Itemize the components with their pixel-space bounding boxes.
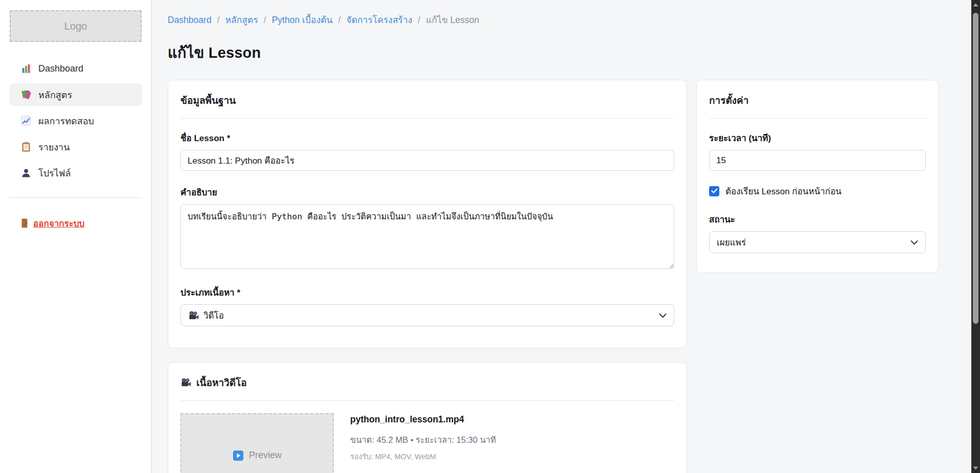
bar-chart-icon bbox=[21, 63, 31, 74]
video-preview[interactable]: Preview bbox=[180, 413, 334, 473]
breadcrumb: Dashboard / หลักสูตร / Python เบื้องต้น … bbox=[168, 13, 971, 27]
duration-input[interactable] bbox=[709, 150, 926, 171]
basic-info-header-text: ข้อมูลพื้นฐาน bbox=[180, 93, 236, 108]
movie-camera-icon bbox=[180, 378, 191, 387]
sidebar-item-label: Dashboard bbox=[38, 63, 83, 74]
description-label: คำอธิบาย bbox=[180, 185, 674, 199]
main-content: Dashboard / หลักสูตร / Python เบื้องต้น … bbox=[152, 0, 971, 473]
status-value: เผยแพร่ bbox=[717, 235, 746, 249]
breadcrumb-dashboard[interactable]: Dashboard bbox=[168, 15, 212, 26]
prerequisite-checkbox-row[interactable]: ต้องเรียน Lesson ก่อนหน้าก่อน bbox=[709, 184, 926, 198]
settings-card: การตั้งค่า ระยะเวลา (นาที) ต้องเรียน Les… bbox=[696, 80, 939, 273]
lesson-name-input[interactable] bbox=[180, 150, 674, 171]
breadcrumb-separator: / bbox=[418, 15, 420, 26]
prerequisite-checkbox[interactable] bbox=[709, 186, 719, 196]
chart-increasing-icon bbox=[21, 116, 31, 126]
scrollbar-up-arrow[interactable] bbox=[971, 1, 980, 9]
content-type-label: ประเภทเนื้อหา * bbox=[180, 285, 674, 299]
video-content-card: เนื้อหาวิดีโอ Preview py bbox=[168, 362, 687, 473]
logout-label: ออกจากระบบ bbox=[33, 216, 84, 230]
card-divider bbox=[709, 118, 926, 119]
settings-header-text: การตั้งค่า bbox=[709, 93, 748, 108]
sidebar: Logo Dashboard หลักสูตร bbox=[0, 0, 152, 473]
lesson-name-label: ชื่อ Lesson * bbox=[180, 131, 674, 145]
breadcrumb-separator: / bbox=[338, 15, 341, 26]
content-type-value: วิดีโอ bbox=[203, 308, 224, 322]
check-icon bbox=[711, 188, 718, 194]
scrollbar-down-arrow[interactable] bbox=[971, 464, 980, 472]
door-icon bbox=[20, 218, 29, 228]
video-info: python_intro_lesson1.mp4 ขนาด: 45.2 MB •… bbox=[350, 413, 496, 473]
sidebar-item-label: ผลการทดสอบ bbox=[38, 114, 94, 128]
sidebar-item-courses[interactable]: หลักสูตร bbox=[9, 83, 142, 106]
video-content-header: เนื้อหาวิดีโอ bbox=[180, 375, 674, 390]
page-title: แก้ไข Lesson bbox=[168, 41, 971, 64]
logo-text: Logo bbox=[64, 20, 87, 32]
breadcrumb-course-python[interactable]: Python เบื้องต้น bbox=[272, 13, 333, 27]
play-icon bbox=[233, 450, 244, 461]
chevron-down-icon bbox=[910, 237, 918, 247]
sidebar-item-test-results[interactable]: ผลการทดสอบ bbox=[9, 109, 142, 132]
clipboard-icon bbox=[21, 142, 31, 152]
sidebar-item-dashboard[interactable]: Dashboard bbox=[9, 57, 142, 80]
movie-camera-icon bbox=[188, 311, 199, 320]
video-filename: python_intro_lesson1.mp4 bbox=[350, 414, 496, 425]
sidebar-nav: Dashboard หลักสูตร ผลการทดสอบ bbox=[0, 57, 151, 184]
sidebar-item-reports[interactable]: รายงาน bbox=[9, 136, 142, 158]
logout-link[interactable]: ออกจากระบบ bbox=[20, 216, 84, 230]
basic-info-card: ข้อมูลพื้นฐาน ชื่อ Lesson * คำอธิบาย บทเ… bbox=[168, 80, 687, 348]
sidebar-divider bbox=[9, 197, 142, 198]
video-preview-label: Preview bbox=[249, 450, 282, 461]
breadcrumb-current: แก้ไข Lesson bbox=[426, 13, 479, 27]
sidebar-item-label: โปรไฟล์ bbox=[38, 166, 71, 181]
vertical-scrollbar[interactable] bbox=[971, 0, 980, 473]
status-label: สถานะ bbox=[709, 212, 926, 226]
chevron-down-icon bbox=[659, 310, 667, 321]
breadcrumb-separator: / bbox=[217, 15, 220, 26]
status-select[interactable]: เผยแพร่ bbox=[709, 231, 926, 253]
sidebar-item-label: รายงาน bbox=[38, 140, 70, 154]
video-meta: ขนาด: 45.2 MB • ระยะเวลา: 15:30 นาที bbox=[350, 433, 496, 446]
scrollbar-thumb[interactable] bbox=[973, 13, 978, 324]
breadcrumb-separator: / bbox=[264, 15, 266, 26]
card-divider bbox=[180, 118, 674, 119]
video-content-header-text: เนื้อหาวิดีโอ bbox=[196, 375, 247, 390]
books-icon bbox=[21, 89, 31, 100]
person-icon bbox=[21, 168, 31, 178]
sidebar-item-label: หลักสูตร bbox=[38, 87, 72, 102]
logo: Logo bbox=[10, 10, 142, 42]
basic-info-header: ข้อมูลพื้นฐาน bbox=[180, 93, 674, 108]
prerequisite-label: ต้องเรียน Lesson ก่อนหน้าก่อน bbox=[725, 184, 841, 198]
breadcrumb-courses[interactable]: หลักสูตร bbox=[225, 13, 258, 27]
duration-label: ระยะเวลา (นาที) bbox=[709, 131, 926, 145]
content-type-select[interactable]: วิดีโอ bbox=[180, 304, 674, 326]
breadcrumb-manage-structure[interactable]: จัดการโครงสร้าง bbox=[346, 13, 412, 27]
card-divider bbox=[180, 400, 674, 401]
settings-header: การตั้งค่า bbox=[709, 93, 926, 108]
description-textarea[interactable]: บทเรียนนี้จะอธิบายว่า Python คืออะไร ประ… bbox=[180, 204, 674, 269]
video-formats: รองรับ: MP4, MOV, WebM bbox=[350, 451, 496, 462]
sidebar-item-profile[interactable]: โปรไฟล์ bbox=[9, 162, 142, 184]
